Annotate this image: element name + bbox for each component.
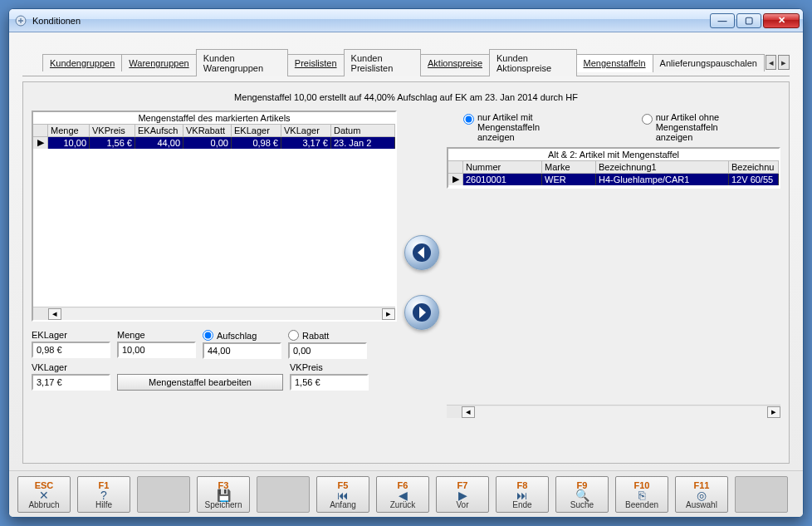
left-grid-title: Mengenstaffel des markierten Artikels xyxy=(33,112,395,124)
window-title: Konditionen xyxy=(32,16,81,26)
titlebar[interactable]: Konditionen — ▢ ✕ xyxy=(9,9,803,32)
fkey-f1[interactable]: F1?Hilfe xyxy=(77,476,130,513)
scroll-right-icon[interactable]: ▸ xyxy=(767,406,780,418)
eklager-label: EKLager xyxy=(32,330,110,340)
tab-strip: KundengruppenWarengruppenKunden Warengru… xyxy=(22,49,790,76)
edit-mengenstaffel-button[interactable]: Mengenstaffel bearbeiten xyxy=(117,374,283,391)
col-bez2[interactable]: Bezeichnu xyxy=(729,161,779,173)
left-grid-hscroll[interactable]: ◂ ▸ xyxy=(33,307,395,320)
col-vkpreis[interactable]: VKPreis xyxy=(90,125,135,136)
tab-scroll-right[interactable]: ▸ xyxy=(778,55,790,70)
window: Konditionen — ▢ ✕ KundengruppenWarengrup… xyxy=(8,8,804,518)
fkey-esc[interactable]: ESC✕Abbruch xyxy=(17,476,71,513)
scroll-left-icon[interactable]: ◂ xyxy=(48,308,61,320)
tab-warengruppen[interactable]: Warengruppen xyxy=(121,54,196,71)
fkey-f6[interactable]: F6◀Zurück xyxy=(376,476,429,513)
col-datum[interactable]: Datum xyxy=(331,125,395,136)
aufschlag-label: Aufschlag xyxy=(217,331,257,341)
nav-column xyxy=(402,111,442,455)
tab-scroll-left[interactable]: ◂ xyxy=(766,55,777,70)
tab-anlieferungspauschalen[interactable]: Anlieferungspauschalen xyxy=(653,54,765,71)
fkey-f9-icon: 🔍 xyxy=(575,490,589,500)
col-vklager[interactable]: VKLager xyxy=(281,125,331,136)
tab-kunden-warengruppen[interactable]: Kunden Warengruppen xyxy=(196,49,288,76)
eklager-input[interactable] xyxy=(32,342,110,358)
tab-preislisten[interactable]: Preislisten xyxy=(287,54,345,71)
tab-mengenstaffeln[interactable]: Mengenstaffeln xyxy=(576,54,653,72)
fkey-f5[interactable]: F5⏮Anfang xyxy=(316,476,369,513)
right-column: nur Artikel mit Mengenstaffeln anzeigen … xyxy=(447,111,780,455)
nav-prev-button[interactable] xyxy=(404,235,439,270)
col-vkrabatt[interactable]: VKRabatt xyxy=(183,125,232,136)
fkey-f8-icon: ⏭ xyxy=(516,490,528,500)
filter-with-radio[interactable]: nur Artikel mit Mengenstaffeln anzeigen xyxy=(463,112,575,142)
fkey-f10-icon: ⎘ xyxy=(638,490,645,500)
right-hscroll[interactable]: ◂ ▸ xyxy=(447,405,780,418)
vklager-label: VKLager xyxy=(32,362,110,372)
fkey-f12 xyxy=(735,476,788,513)
close-button[interactable]: ✕ xyxy=(763,13,800,28)
tab-kunden-aktionspreise[interactable]: Kunden Aktionspreise xyxy=(489,49,576,76)
right-grid[interactable]: Alt & 2: Artikel mit Mengenstaffel Numme… xyxy=(447,147,780,189)
client-area: KundengruppenWarengruppenKunden Warengru… xyxy=(9,32,803,470)
fkey-f10[interactable]: F10⎘Beenden xyxy=(615,476,668,513)
row-indicator-icon: ▶ xyxy=(448,174,463,185)
fkey-f8[interactable]: F8⏭Ende xyxy=(496,476,549,513)
right-grid-row[interactable]: ▶ 26010001 WER H4-Gluehlampe/CAR1 12V 60… xyxy=(448,174,779,185)
fkey-f4 xyxy=(257,476,310,513)
main-panel: Mengenstaffel 10,00 erstellt auf 44,00% … xyxy=(22,81,790,464)
fkey-f11-icon: ◎ xyxy=(697,490,707,500)
tab-kunden-preislisten[interactable]: Kunden Preislisten xyxy=(344,49,421,76)
vkpreis-label: VKPreis xyxy=(290,362,369,372)
tab-aktionspreise[interactable]: Aktionspreise xyxy=(420,54,490,71)
vkpreis-input[interactable] xyxy=(290,374,369,391)
fkey-f6-icon: ◀ xyxy=(399,490,408,500)
fkey-f3[interactable]: F3💾Speichern xyxy=(197,476,250,513)
menge-input[interactable] xyxy=(117,342,196,358)
left-grid[interactable]: Mengenstaffel des markierten Artikels Me… xyxy=(32,111,397,322)
rabatt-input[interactable] xyxy=(288,342,367,359)
maximize-button[interactable]: ▢ xyxy=(736,13,761,28)
left-grid-header: Menge VKPreis EKAufsch VKRabatt EKLager … xyxy=(33,124,395,137)
scroll-right-icon[interactable]: ▸ xyxy=(382,308,395,320)
aufschlag-radio[interactable] xyxy=(203,330,213,341)
col-menge[interactable]: Menge xyxy=(48,125,90,136)
minimize-button[interactable]: — xyxy=(710,13,735,28)
fkey-f3-icon: 💾 xyxy=(217,490,231,500)
col-bez1[interactable]: Bezeichnung1 xyxy=(596,161,729,173)
info-line: Mengenstaffel 10,00 erstellt auf 44,00% … xyxy=(32,89,780,111)
fkey-f2 xyxy=(137,476,190,513)
function-key-bar: ESC✕AbbruchF1?HilfeF3💾SpeichernF5⏮Anfang… xyxy=(9,470,803,517)
vklager-input[interactable] xyxy=(32,374,110,391)
left-grid-row[interactable]: ▶ 10,00 1,56 € 44,00 0,00 0,98 € 3,17 € … xyxy=(33,137,395,149)
app-icon xyxy=(14,14,27,27)
filter-without-radio[interactable]: nur Artikel ohne Mengenstaffeln anzeigen xyxy=(642,112,779,142)
fkey-f11[interactable]: F11◎Auswahl xyxy=(675,476,728,513)
rabatt-radio[interactable] xyxy=(288,330,299,341)
nav-next-button[interactable] xyxy=(404,295,439,330)
fkey-f9[interactable]: F9🔍Suche xyxy=(555,476,609,513)
fkey-f7-icon: ▶ xyxy=(458,490,467,500)
aufschlag-input[interactable] xyxy=(203,342,281,359)
row-indicator-icon: ▶ xyxy=(33,137,48,149)
col-nummer[interactable]: Nummer xyxy=(463,161,542,173)
col-ekaufsch[interactable]: EKAufsch xyxy=(135,125,183,136)
col-marke[interactable]: Marke xyxy=(542,161,596,173)
right-grid-title: Alt & 2: Artikel mit Mengenstaffel xyxy=(448,149,779,160)
col-eklager[interactable]: EKLager xyxy=(232,125,281,136)
fkey-f5-icon: ⏮ xyxy=(337,490,349,500)
scroll-left-icon[interactable]: ◂ xyxy=(462,406,475,418)
fkey-f7[interactable]: F7▶Vor xyxy=(436,476,489,513)
fkey-esc-icon: ✕ xyxy=(39,490,49,500)
fkey-f1-icon: ? xyxy=(100,490,107,500)
rabatt-label: Rabatt xyxy=(302,331,329,341)
left-column: Mengenstaffel des markierten Artikels Me… xyxy=(32,111,397,455)
tab-kundengruppen[interactable]: Kundengruppen xyxy=(42,54,122,71)
menge-label: Menge xyxy=(117,330,196,340)
